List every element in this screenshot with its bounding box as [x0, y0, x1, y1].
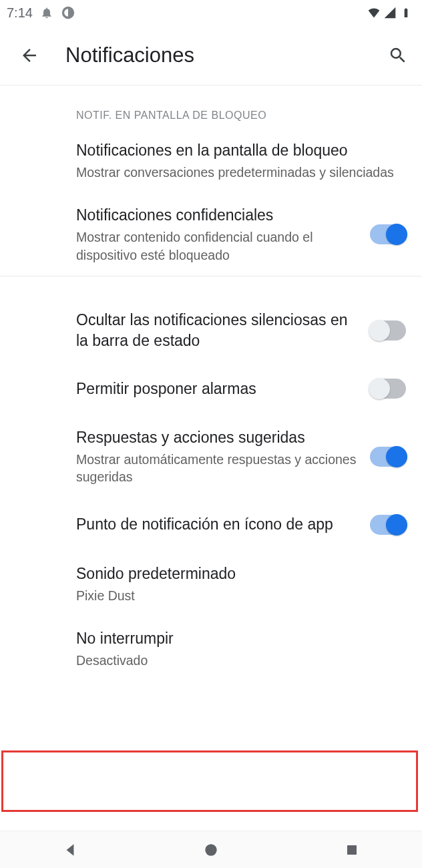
search-icon — [388, 45, 408, 65]
system-nav-bar — [0, 831, 422, 868]
item-hide-silent[interactable]: Ocultar las notificaciones silenciosas e… — [0, 299, 422, 362]
toggle-sensitive[interactable] — [370, 224, 406, 244]
nav-home-button[interactable] — [200, 839, 222, 861]
item-title: No interrumpir — [76, 628, 398, 649]
item-suggested[interactable]: Respuestas y acciones sugeridas Mostrar … — [0, 415, 422, 498]
nav-back-button[interactable] — [59, 839, 81, 861]
item-title: Ocultar las notificaciones silenciosas e… — [76, 310, 362, 351]
data-saver-icon — [61, 5, 75, 20]
app-bar: Notificaciones — [0, 25, 422, 85]
item-snooze[interactable]: Permitir posponer alarmas — [0, 362, 422, 415]
svg-rect-2 — [347, 845, 357, 855]
item-subtitle: Mostrar conversaciones predeterminadas y… — [76, 164, 398, 181]
settings-list: NOTIF. EN PANTALLA DE BLOQUEO Notificaci… — [0, 85, 422, 831]
page-title: Notificaciones — [65, 43, 362, 67]
item-title: Notificaciones confidenciales — [76, 205, 362, 226]
triangle-back-icon — [61, 841, 79, 859]
item-title: Punto de notificación en ícono de app — [76, 514, 362, 535]
item-notification-dot[interactable]: Punto de notificación en ícono de app — [0, 498, 422, 552]
nav-recent-button[interactable] — [341, 839, 363, 861]
item-subtitle: Desactivado — [76, 652, 398, 669]
battery-icon — [399, 6, 413, 19]
toggle-suggested[interactable] — [370, 447, 406, 467]
item-subtitle: Mostrar contenido confidencial cuando el… — [76, 228, 362, 264]
toggle-snooze[interactable] — [370, 379, 406, 399]
item-subtitle: Mostrar automáticamente respuestas y acc… — [76, 451, 362, 486]
status-clock: 7:14 — [7, 5, 33, 21]
item-title: Respuestas y acciones sugeridas — [76, 427, 362, 448]
wifi-icon — [367, 6, 381, 19]
item-title: Notificaciones en la pantalla de bloqueo — [76, 140, 398, 161]
item-title: Permitir posponer alarmas — [76, 379, 362, 399]
status-bar: 7:14 — [0, 0, 422, 25]
item-sensitive-notifications[interactable]: Notificaciones confidenciales Mostrar co… — [0, 193, 422, 276]
item-default-sound[interactable]: Sonido predeterminado Pixie Dust — [0, 552, 422, 616]
item-subtitle: Pixie Dust — [76, 587, 398, 604]
item-lockscreen-notifications[interactable]: Notificaciones en la pantalla de bloqueo… — [0, 128, 422, 193]
item-do-not-disturb[interactable]: No interrumpir Desactivado — [0, 616, 422, 681]
arrow-back-icon — [19, 45, 39, 65]
back-button[interactable] — [17, 43, 41, 67]
svg-point-1 — [205, 844, 216, 855]
toggle-notification-dot[interactable] — [370, 515, 406, 535]
circle-home-icon — [202, 841, 220, 859]
square-recent-icon — [344, 842, 360, 858]
search-button[interactable] — [386, 43, 410, 67]
item-title: Sonido predeterminado — [76, 564, 398, 584]
cell-signal-icon — [383, 6, 397, 19]
bell-icon — [39, 5, 54, 20]
section-header-lockscreen: NOTIF. EN PANTALLA DE BLOQUEO — [0, 85, 422, 128]
toggle-hide-silent[interactable] — [370, 320, 406, 341]
